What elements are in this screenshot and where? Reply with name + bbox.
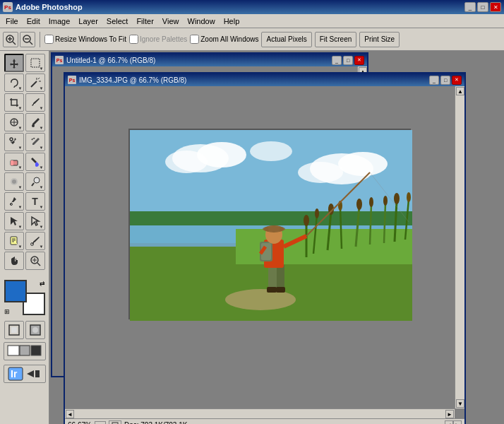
svg-marker-27 [32, 217, 39, 225]
maximize-button[interactable]: □ [477, 2, 488, 12]
untitled-maximize[interactable]: □ [343, 56, 353, 65]
main-area: ▼ ▼ ▼ [0, 51, 504, 424]
default-colors-icon[interactable]: ⊞ [4, 308, 10, 315]
untitled-icon: Ps [55, 56, 64, 64]
path-selection-tool[interactable]: ▼ [4, 212, 24, 230]
untitled-close[interactable]: ✕ [354, 56, 364, 65]
screen-mode-button[interactable] [4, 342, 46, 360]
preview-icon[interactable] [109, 420, 121, 425]
img-vscroll-down[interactable]: ▼ [456, 399, 464, 408]
doc-size: Doc: 703.1K/703.1K [124, 421, 188, 424]
svg-rect-47 [35, 370, 40, 377]
minimize-button[interactable]: _ [464, 2, 476, 12]
resize-windows-checkbox[interactable] [44, 35, 54, 44]
color-swatches: ⇄ ⊞ [4, 280, 45, 315]
menu-layer[interactable]: Layer [74, 16, 102, 27]
dodge-tool[interactable]: ▼ [25, 172, 45, 191]
status-left-arrow[interactable]: ◄ [445, 420, 453, 425]
zoom-in-button[interactable] [3, 32, 18, 47]
menu-view[interactable]: View [158, 16, 184, 27]
brush-tool[interactable]: ▼ [25, 113, 45, 131]
text-tool[interactable]: T ▼ [25, 192, 45, 211]
svg-line-5 [30, 42, 32, 45]
svg-point-55 [250, 141, 292, 161]
wand-tool[interactable]: ▼ [25, 73, 45, 92]
img-canvas-area: ▲ ▼ ◄ ► [65, 86, 464, 418]
menu-image[interactable]: Image [44, 16, 75, 27]
menu-bar: File Edit Image Layer Select Filter View… [0, 14, 504, 28]
svg-point-74 [369, 197, 373, 207]
tool-row-3: ▼ ▼ [4, 93, 45, 112]
img-minimize[interactable]: _ [429, 76, 439, 85]
marquee-tool[interactable]: ▼ [25, 54, 45, 72]
img-controls: _ □ ✕ [429, 76, 462, 85]
foreground-color[interactable] [4, 280, 27, 302]
pen-tool[interactable]: ▼ [4, 192, 24, 211]
direct-selection-tool[interactable]: ▼ [25, 212, 45, 230]
img-maximize[interactable]: □ [440, 76, 450, 85]
standard-mode-button[interactable] [4, 321, 24, 339]
untitled-title-bar[interactable]: Ps Untitled-1 @ 66.7% (RGB/8) _ □ ✕ [52, 54, 367, 66]
app-window-controls: _ □ ✕ [464, 2, 501, 12]
fishing-scene [130, 130, 412, 321]
crop-tool[interactable]: ▼ [4, 93, 24, 112]
svg-point-93 [263, 226, 285, 232]
zoom-tool[interactable] [25, 252, 45, 270]
quick-mask-mode-button[interactable] [25, 321, 45, 339]
zoom-all-group: Zoom All Windows [190, 35, 258, 44]
tool-row-10: ▼ ▼ [4, 232, 45, 250]
close-button[interactable]: ✕ [490, 2, 501, 12]
photo-canvas [128, 129, 411, 319]
menu-help[interactable]: Help [220, 16, 244, 27]
actual-pixels-button[interactable]: Actual Pixels [261, 32, 311, 47]
tool-row-6: ▼ ▼ [4, 153, 45, 171]
status-right-arrow[interactable]: ► [453, 420, 462, 425]
menu-file[interactable]: File [1, 16, 23, 27]
notes-tool[interactable]: ▼ [4, 232, 24, 250]
eraser-tool[interactable]: ▼ [4, 153, 24, 171]
fill-tool[interactable]: ▼ [25, 153, 45, 171]
svg-point-16 [32, 124, 35, 127]
lasso-tool[interactable]: ▼ [4, 73, 24, 92]
img-hscroll-right[interactable]: ► [445, 410, 454, 418]
img-title-bar[interactable]: Ps IMG_3334.JPG @ 66.7% (RGB/8) _ □ ✕ [65, 73, 464, 86]
svg-point-22 [12, 179, 16, 184]
swap-colors-icon[interactable]: ⇄ [40, 280, 45, 287]
svg-line-9 [31, 81, 37, 87]
eyedropper-tool[interactable]: ▼ [25, 93, 45, 112]
zoom-all-checkbox[interactable] [190, 35, 199, 44]
status-bar: 66.67% Doc: 703.1K/703.1K ◄ ► [65, 418, 464, 424]
hand-tool[interactable] [4, 252, 24, 270]
img-close[interactable]: ✕ [452, 76, 462, 85]
img-window: Ps IMG_3334.JPG @ 66.7% (RGB/8) _ □ ✕ [64, 72, 466, 424]
menu-filter[interactable]: Filter [132, 16, 157, 27]
zoom-out-button[interactable] [20, 32, 35, 47]
clone-tool[interactable]: ▼ [4, 133, 24, 151]
menu-window[interactable]: Window [184, 16, 220, 27]
svg-point-53 [338, 152, 388, 176]
jump-to-imageready[interactable]: Ir [4, 365, 46, 383]
zoom-menu-button[interactable] [95, 421, 106, 425]
healing-tool[interactable]: ▼ [4, 113, 24, 131]
eyedrop-color-tool[interactable]: ▼ [25, 232, 45, 250]
untitled-minimize[interactable]: _ [332, 56, 342, 65]
workspace: Ps Untitled-1 @ 66.7% (RGB/8) _ □ ✕ ▲ ▼ [49, 51, 504, 424]
history-tool[interactable]: ▼ [25, 133, 45, 151]
img-vscrollbar[interactable]: ▲ ▼ [455, 86, 464, 408]
print-size-button[interactable]: Print Size [359, 32, 400, 47]
ignore-palettes-checkbox[interactable] [129, 35, 138, 44]
menu-select[interactable]: Select [102, 16, 133, 27]
img-hscroll-left[interactable]: ◄ [66, 410, 74, 418]
svg-rect-43 [31, 346, 41, 355]
blur-tool[interactable]: ▼ [4, 172, 24, 191]
move-tool[interactable] [4, 54, 24, 72]
tool-row-4: ▼ ▼ [4, 113, 45, 131]
img-hscrollbar[interactable]: ◄ ► [65, 408, 455, 418]
img-vscroll-up[interactable]: ▲ [456, 87, 464, 95]
app-title-bar: Ps Adobe Photoshop _ □ ✕ [0, 0, 504, 14]
quick-mask-row [4, 321, 45, 339]
svg-point-51 [165, 151, 208, 173]
menu-edit[interactable]: Edit [23, 16, 44, 27]
svg-rect-8 [31, 59, 40, 67]
fit-screen-button[interactable]: Fit Screen [315, 32, 357, 47]
